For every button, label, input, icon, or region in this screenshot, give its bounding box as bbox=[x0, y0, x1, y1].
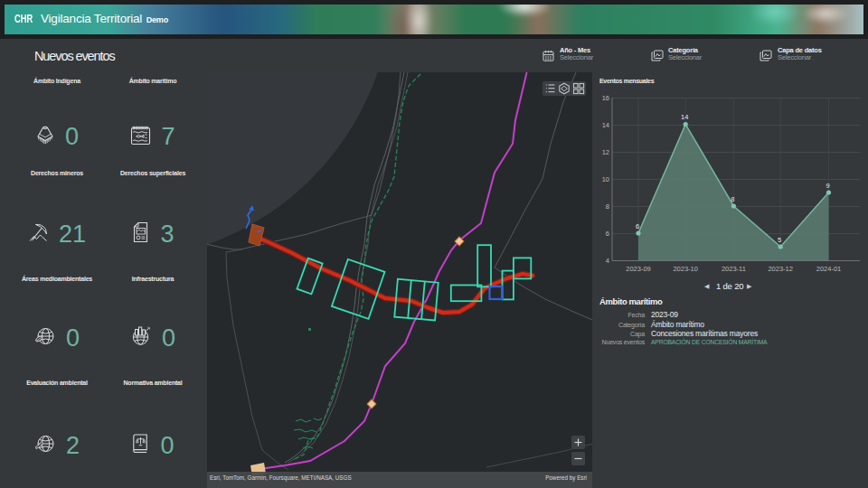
svg-text:5: 5 bbox=[778, 236, 781, 244]
svg-text:2023-12: 2023-12 bbox=[768, 265, 793, 273]
svg-text:9: 9 bbox=[826, 182, 829, 190]
svg-text:4: 4 bbox=[606, 257, 609, 265]
svg-text:Powered by Esri: Powered by Esri bbox=[545, 474, 587, 482]
svg-text:2023-09: 2023-09 bbox=[626, 265, 651, 273]
svg-text:2023-11: 2023-11 bbox=[722, 265, 746, 273]
svg-text:6: 6 bbox=[606, 230, 609, 238]
svg-text:Esri, TomTom, Garmin, Foursqua: Esri, TomTom, Garmin, Foursquare, METI/N… bbox=[210, 474, 352, 482]
svg-text:10: 10 bbox=[602, 175, 609, 183]
svg-text:2023-10: 2023-10 bbox=[673, 265, 698, 273]
svg-text:16: 16 bbox=[602, 94, 609, 102]
svg-text:14: 14 bbox=[681, 113, 688, 121]
svg-text:2024-01: 2024-01 bbox=[816, 265, 842, 273]
svg-text:6: 6 bbox=[636, 222, 639, 230]
svg-text:8: 8 bbox=[731, 195, 734, 203]
svg-text:14: 14 bbox=[602, 121, 609, 129]
svg-text:12: 12 bbox=[602, 148, 609, 156]
svg-text:8: 8 bbox=[606, 202, 609, 211]
